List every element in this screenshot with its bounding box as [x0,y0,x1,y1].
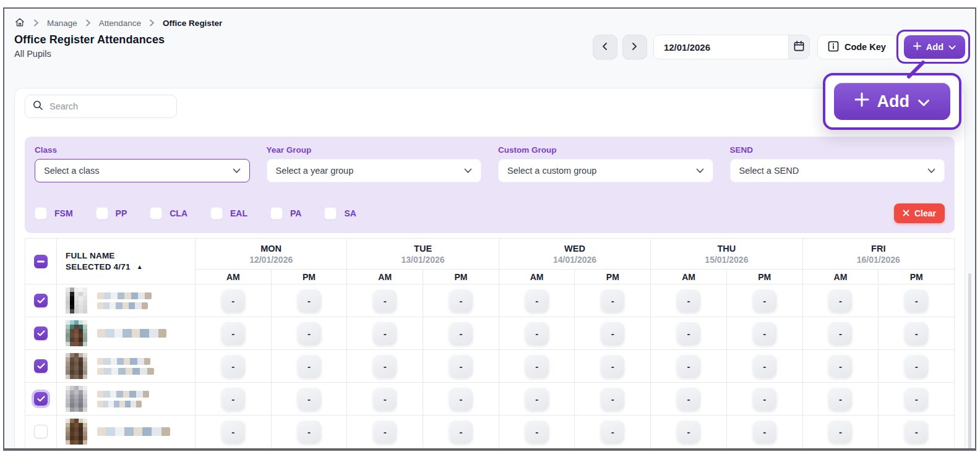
breadcrumb-office-register[interactable]: Office Register [163,19,222,28]
attendance-mark-button[interactable]: - [905,387,928,411]
date-input[interactable] [654,35,788,59]
attendance-mark-button[interactable]: - [677,354,700,378]
clear-filters-button[interactable]: Clear [894,203,945,223]
day-name: FRI [871,244,885,254]
add-button[interactable]: Add [904,35,965,59]
attendance-mark-button[interactable]: - [298,420,321,443]
attendance-mark-button[interactable]: - [601,322,624,345]
attendance-mark-button[interactable]: - [601,420,624,443]
selected-count-sort[interactable]: SELECTED 4/71 ▲ [66,262,195,271]
select-custom-group[interactable]: Select a custom group [498,159,713,182]
checkbox-unchecked[interactable] [35,207,47,220]
attendance-mark-button[interactable]: - [905,322,928,345]
flag-checkbox-cla[interactable]: CLA [150,207,187,220]
breadcrumb-manage[interactable]: Manage [47,19,77,28]
checkbox-unchecked[interactable] [270,207,283,220]
breadcrumb-attendance[interactable]: Attendance [99,19,141,28]
flag-checkbox-sa[interactable]: SA [324,207,356,220]
flag-checkbox-pp[interactable]: PP [96,207,127,220]
attendance-mark-button[interactable]: - [525,354,549,378]
attendance-mark-button[interactable]: - [753,420,776,443]
attendance-cell: - [574,317,650,349]
attendance-cell: - [195,383,271,415]
filter-field-send: SENDSelect a SEND [730,145,945,182]
attendance-mark-button[interactable]: - [905,420,928,443]
row-checkbox[interactable] [34,392,48,406]
attendance-mark-button[interactable]: - [449,289,473,312]
attendance-mark-button[interactable]: - [221,289,245,312]
attendance-mark-button[interactable]: - [677,322,700,345]
attendance-mark-button[interactable]: - [601,354,624,378]
attendance-mark-button[interactable]: - [373,420,397,443]
attendance-mark-button[interactable]: - [905,289,928,312]
attendance-mark-button[interactable]: - [828,289,852,312]
select-send[interactable]: Select a SEND [730,159,945,182]
attendance-mark-button[interactable]: - [221,387,245,411]
attendance-mark-button[interactable]: - [753,289,776,312]
row-checkbox[interactable] [34,294,48,307]
attendance-mark-button[interactable]: - [753,322,776,345]
attendance-mark-button[interactable]: - [905,354,928,378]
attendance-mark-button[interactable]: - [221,420,245,443]
attendance-mark-button[interactable]: - [373,289,397,312]
flag-checkbox-pa[interactable]: PA [270,207,301,220]
code-key-button[interactable]: Code Key [817,35,896,59]
attendance-cell: - [802,383,879,415]
attendance-mark-button[interactable]: - [601,289,624,312]
attendance-mark-button[interactable]: - [677,289,700,312]
add-button-magnified[interactable]: Add [834,83,950,120]
previous-week-button[interactable] [593,35,617,59]
flag-checkbox-fsm[interactable]: FSM [35,207,73,220]
attendance-mark-button[interactable]: - [828,354,852,378]
attendance-mark-button[interactable]: - [449,322,473,345]
attendance-mark-button[interactable]: - [828,420,852,443]
attendance-cell: - [195,317,271,349]
flag-label: CLA [170,208,187,218]
home-icon[interactable] [14,17,25,30]
attendance-mark-button[interactable]: - [373,387,397,411]
checkbox-unchecked[interactable] [96,207,108,220]
attendance-mark-button[interactable]: - [601,387,624,411]
day-header-thu: THU15/01/2026 [650,239,802,269]
attendance-mark-button[interactable]: - [298,387,321,411]
attendance-mark-button[interactable]: - [221,354,245,378]
checkbox-unchecked[interactable] [150,207,162,220]
attendance-mark-button[interactable]: - [677,387,700,411]
attendance-mark-button[interactable]: - [449,420,473,443]
attendance-cell: - [346,416,423,448]
calendar-picker-button[interactable] [788,35,809,59]
attendance-mark-button[interactable]: - [525,420,549,443]
attendance-cell: - [726,284,802,317]
search-input[interactable] [49,101,169,111]
redacted-name-line [97,391,149,398]
row-checkbox[interactable] [34,425,48,438]
next-week-button[interactable] [622,35,647,59]
attendance-mark-button[interactable]: - [753,354,776,378]
checkbox-unchecked[interactable] [324,207,337,220]
row-checkbox[interactable] [34,359,48,373]
attendance-mark-button[interactable]: - [373,322,397,345]
checkbox-unchecked[interactable] [210,207,223,220]
attendance-mark-button[interactable]: - [449,354,473,378]
attendance-mark-button[interactable]: - [828,322,852,345]
attendance-mark-button[interactable]: - [525,322,549,345]
attendance-mark-button[interactable]: - [373,354,397,378]
attendance-mark-button[interactable]: - [525,289,549,312]
select-all-checkbox[interactable] [34,255,48,268]
select-class[interactable]: Select a class [35,159,250,182]
attendance-mark-button[interactable]: - [298,322,321,345]
pupil-row: ---------- [25,415,954,448]
row-checkbox[interactable] [34,326,48,340]
attendance-mark-button[interactable]: - [828,387,852,411]
attendance-mark-button[interactable]: - [298,354,321,378]
flag-checkbox-eal[interactable]: EAL [210,207,247,220]
flag-label: PA [290,208,301,218]
attendance-mark-button[interactable]: - [298,289,321,312]
attendance-mark-button[interactable]: - [449,387,473,411]
vertical-scrollbar[interactable] [968,273,971,451]
select-year-group[interactable]: Select a year group [267,159,482,182]
attendance-mark-button[interactable]: - [677,420,700,443]
attendance-mark-button[interactable]: - [525,387,549,411]
attendance-mark-button[interactable]: - [753,387,776,411]
attendance-mark-button[interactable]: - [221,322,245,345]
